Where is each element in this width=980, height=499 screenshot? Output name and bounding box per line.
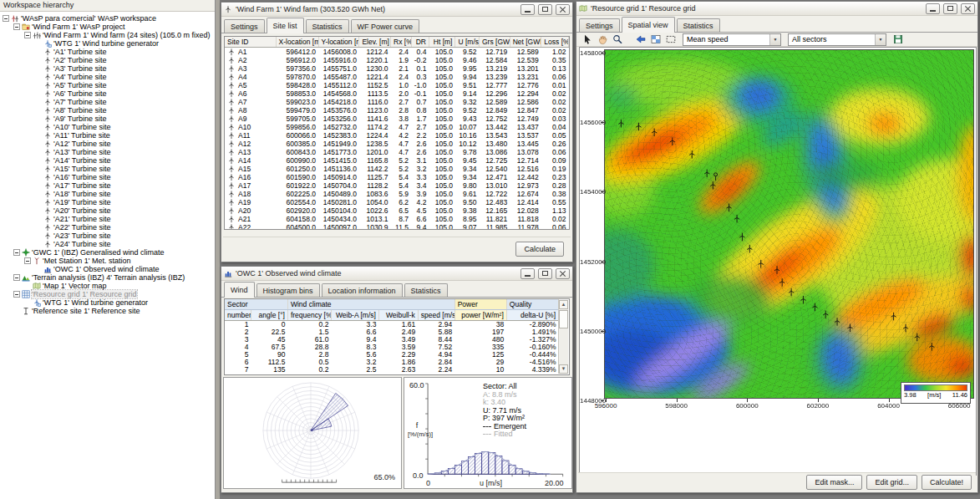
turbine-marker[interactable]	[812, 303, 817, 312]
sector-row[interactable]: 8 157.5 0.2 2.6 2.02 2.29 14 1.568%	[225, 374, 559, 375]
turbine-marker[interactable]	[747, 245, 752, 253]
chevron-down-icon[interactable]	[769, 34, 780, 45]
site-row[interactable]: A9 599705.0 1453256.0 1141.6 3.8 1.7 105…	[225, 115, 569, 123]
resource-grid-titlebar[interactable]: 'Resource grid 1' Resource grid	[576, 2, 977, 16]
tab[interactable]: WF Power curve	[351, 19, 420, 33]
tab[interactable]: Histogram bins	[256, 283, 320, 297]
tree-item[interactable]: 'OWC 1' Observed wind climate	[0, 265, 215, 273]
tree-item[interactable]: 'A4' Turbine site	[0, 73, 215, 81]
tree-item[interactable]: 'A19' Turbine site	[0, 198, 215, 206]
minimize-button[interactable]	[520, 268, 535, 279]
calculate-button[interactable]: Calculate	[515, 242, 564, 257]
minimize-button[interactable]	[926, 3, 940, 14]
maximize-button[interactable]	[538, 4, 552, 15]
tree-item[interactable]: 'A13' Turbine site	[0, 148, 215, 156]
tab[interactable]: Settings	[224, 19, 265, 33]
tree-expander-icon[interactable]	[3, 15, 9, 22]
toolbar-button[interactable]	[610, 33, 625, 46]
site-row[interactable]: A6 598853.0 1454568.0 1113.5 2.0 -0.1 10…	[225, 89, 569, 98]
tree-item[interactable]: 'A3' Turbine site	[0, 64, 215, 73]
tab[interactable]: Spatial view	[622, 17, 675, 33]
turbine-marker[interactable]	[903, 324, 908, 333]
scroll-down-icon[interactable]	[559, 364, 568, 374]
maximize-button[interactable]	[943, 3, 957, 14]
turbine-marker[interactable]	[636, 123, 641, 131]
scroll-up-icon[interactable]	[559, 300, 568, 309]
tree-expander-icon[interactable]	[13, 291, 20, 298]
tree-item[interactable]: 'A1' Turbine site	[0, 48, 215, 56]
turbine-marker[interactable]	[800, 296, 805, 304]
tree-item[interactable]: 'Terrain analysis (IBZ) 4' Terrain analy…	[0, 273, 215, 282]
site-row[interactable]: A18 602225.0 1450489.0 1083.6 5.9 3.9 10…	[225, 190, 569, 198]
site-row[interactable]: A21 604158.0 1450434.0 1013.1 8.7 6.6 10…	[225, 215, 569, 223]
tree-item[interactable]: 'Wind Farm 1' WAsP project	[0, 23, 215, 31]
site-row[interactable]: A8 599479.0 1453576.0 1123.0 2.8 0.8 105…	[225, 106, 569, 115]
tree-item[interactable]: 'A6' Turbine site	[0, 89, 215, 98]
tree-item[interactable]: 'A14' Turbine site	[0, 156, 215, 165]
toolbar-button[interactable]	[891, 33, 906, 46]
minimize-button[interactable]	[520, 4, 535, 15]
turbine-marker[interactable]	[759, 260, 764, 268]
owc-titlebar[interactable]: 'OWC 1' Observed wind climate	[221, 267, 572, 281]
turbine-marker[interactable]	[652, 129, 657, 137]
site-row[interactable]: A22 604500.0 1450097.0 1030.9 11.5 9.4 1…	[225, 223, 569, 230]
site-row[interactable]: A13 600843.0 1451773.0 1201.0 4.7 2.6 10…	[225, 148, 569, 156]
site-row[interactable]: A5 598428.0 1455112.0 1152.5 1.0 -1.0 10…	[225, 81, 569, 89]
tree-item[interactable]: 'A22' Turbine site	[0, 223, 215, 232]
tree-item[interactable]: 'A5' Turbine site	[0, 81, 215, 89]
scroll-thumb[interactable]	[559, 310, 568, 328]
tree-item[interactable]: 'A17' Turbine site	[0, 181, 215, 190]
tree-item[interactable]: 'Resource grid 1' Resource grid	[0, 290, 215, 298]
turbine-marker[interactable]	[726, 204, 731, 212]
tree-item[interactable]: 'WTG 1' Wind turbine generator	[0, 298, 215, 307]
turbine-marker[interactable]	[789, 288, 794, 297]
tree-item[interactable]: 'A16' Turbine site	[0, 173, 215, 181]
value-dropdown[interactable]: Mean speed	[683, 33, 781, 46]
tab[interactable]: Statistics	[306, 19, 349, 33]
tree-item[interactable]: 'A18' Turbine site	[0, 190, 215, 198]
tree-item[interactable]: 'A2' Turbine site	[0, 56, 215, 64]
sector-row[interactable]: 3 45 61.0 9.4 3.49 8.44 480 -1.327%	[225, 336, 559, 344]
tree-item[interactable]: 'A12' Turbine site	[0, 140, 215, 148]
sector-row[interactable]: 5 90 2.8 5.6 2.29 4.94 125 -0.444%	[225, 351, 559, 359]
tree-item[interactable]: 'A8' Turbine site	[0, 106, 215, 115]
turbine-marker[interactable]	[915, 334, 920, 342]
site-row[interactable]: A4 597870.0 1455487.0 1221.4 2.4 0.3 105…	[225, 73, 569, 81]
tree-expander-icon[interactable]	[13, 249, 20, 256]
site-row[interactable]: A3 597356.0 1455751.0 1230.0 2.1 0.1 105…	[225, 64, 569, 73]
tree-item[interactable]: 'A20' Turbine site	[0, 206, 215, 215]
tab[interactable]: Statistics	[404, 283, 448, 297]
tree-item[interactable]: 'A24' Turbine site	[0, 240, 215, 248]
vertical-scrollbar[interactable]	[558, 300, 568, 374]
turbine-marker[interactable]	[739, 233, 744, 242]
tree-item[interactable]: 'A9' Turbine site	[0, 115, 215, 123]
tree-expander-icon[interactable]	[24, 257, 31, 264]
site-row[interactable]: A1 596412.0 1456008.0 1212.4 2.4 0.4 105…	[225, 48, 569, 57]
tree-item[interactable]: 'A23' Turbine site	[0, 232, 215, 240]
toolbar-button[interactable]	[595, 33, 610, 46]
tree-expander-icon[interactable]	[24, 32, 31, 38]
tree-item[interactable]: 'Met Station 1' Met. station	[0, 257, 215, 265]
turbine-marker[interactable]	[689, 150, 694, 159]
close-button[interactable]	[556, 4, 570, 15]
wind-farm-titlebar[interactable]: 'Wind Farm 1' Wind farm (303.520 GWh Net…	[221, 3, 572, 17]
tab[interactable]: Site list	[267, 18, 304, 33]
sector-dropdown[interactable]: All sectors	[788, 33, 886, 46]
tree-item[interactable]: 'Map 1' Vector map	[0, 282, 215, 290]
site-row[interactable]: A14 600990.0 1451415.0 1165.8 5.2 3.1 10…	[225, 156, 569, 165]
toolbar-button[interactable]	[663, 33, 678, 46]
footer-button[interactable]: Edit grid...	[866, 475, 917, 490]
tree-expander-icon[interactable]	[13, 23, 20, 30]
toolbar-button[interactable]	[633, 33, 648, 46]
turbine-marker[interactable]	[710, 181, 715, 190]
tree-item[interactable]: 'A21' Turbine site	[0, 215, 215, 223]
tab[interactable]: Wind	[224, 282, 255, 298]
tab[interactable]: Location information	[322, 283, 403, 297]
turbine-marker[interactable]	[823, 311, 828, 319]
tree-item[interactable]: 'Reference site 1' Reference site	[0, 307, 215, 315]
site-row[interactable]: A12 600385.0 1451949.0 1238.5 4.7 2.6 10…	[225, 140, 569, 148]
site-row[interactable]: A17 601922.0 1450704.0 1128.2 5.4 3.4 10…	[225, 181, 569, 190]
site-row[interactable]: A20 602920.0 1450104.0 1022.6 6.5 4.5 10…	[225, 206, 569, 215]
sector-row[interactable]: 2 22.5 1.5 6.6 2.49 5.88 197 1.491%	[225, 328, 559, 336]
tree-item[interactable]: 'A10' Turbine site	[0, 123, 215, 131]
